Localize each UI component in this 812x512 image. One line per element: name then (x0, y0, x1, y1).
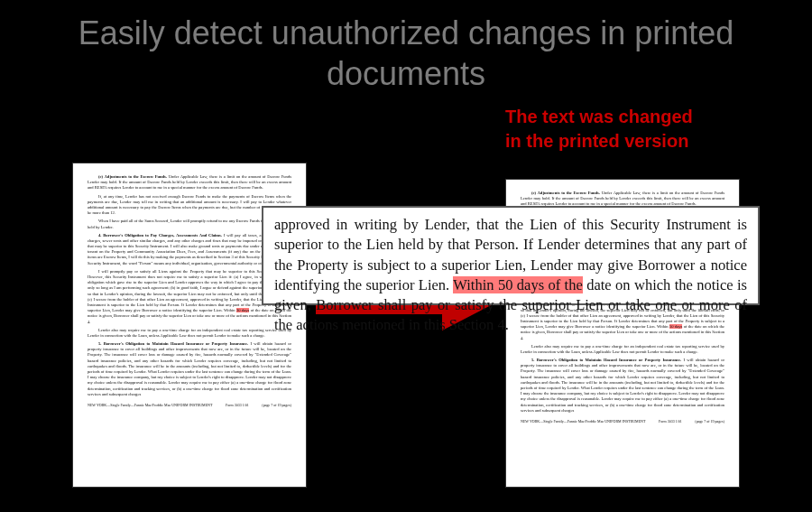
section-5-head-r: 5. Borrower's Obligation to Maintain Haz… (531, 358, 681, 362)
section-5-body-r: I will obtain hazard or property insuran… (521, 358, 724, 413)
section-5-head: 5. Borrower's Obligation to Maintain Haz… (98, 341, 248, 346)
section-4-p3: Lender also may require me to pay a one-… (88, 328, 291, 339)
page-footer: NEW YORK—Single Family—Fannie Mae/Freddi… (88, 403, 291, 407)
callout-highlight: Within 50 days of the (453, 276, 582, 293)
highlight-original-days: 30 days (236, 308, 249, 312)
section-4-p3-r: Lender also may require me to pay a one-… (521, 344, 724, 355)
section-5-body: I will obtain hazard or property insuran… (88, 341, 291, 396)
footer-right-r: (page 7 of 19 pages) (695, 419, 724, 424)
section-4-head: 4. Borrower's Obligation to Pay Charges,… (98, 233, 222, 237)
slide-title: Easily detect unauthorized changes in pr… (0, 13, 812, 94)
footer-mid-r: Form 3033 1/01 (659, 419, 682, 424)
page-footer-r: NEW YORK—Single Family—Fannie Mae/Freddi… (521, 419, 724, 424)
highlight-changed-days: 50 days (669, 324, 682, 329)
title-line-1: Easily detect unauthorized changes in pr… (78, 14, 734, 51)
change-caption: The text was changed in the printed vers… (505, 105, 693, 154)
change-caption-line-2: in the printed version (505, 131, 688, 151)
footer-mid: Form 3033 1/01 (226, 403, 249, 407)
footer-left: NEW YORK—Single Family—Fannie Mae/Freddi… (88, 403, 212, 407)
zoom-callout: approved in writing by Lender, that the … (262, 206, 760, 305)
footer-right: (page 7 of 19 pages) (262, 403, 291, 407)
section-c-head-r: (c) Adjustments to the Escrow Funds. (531, 191, 600, 195)
change-caption-line-1: The text was changed (505, 107, 693, 126)
title-line-2: documents (327, 55, 485, 92)
footer-left-r: NEW YORK—Single Family—Fannie Mae/Freddi… (521, 419, 645, 424)
section-c-head: (c) Adjustments to the Escrow Funds. (98, 174, 167, 179)
